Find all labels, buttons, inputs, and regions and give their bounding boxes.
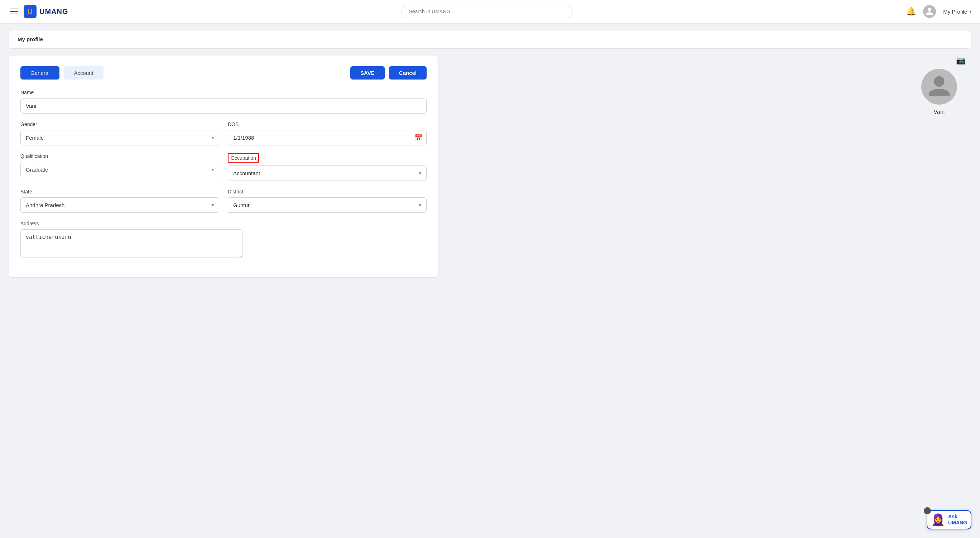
state-select-wrapper: Andhra Pradesh Telangana Karnataka Tamil… bbox=[21, 197, 219, 213]
header-left: U UMANG bbox=[9, 5, 68, 18]
qualification-select-wrapper: Graduate Post Graduate Diploma High Scho… bbox=[21, 162, 219, 177]
umang-logo-icon: U bbox=[24, 5, 37, 18]
qualification-label: Qualification bbox=[21, 153, 219, 159]
state-field-group: State Andhra Pradesh Telangana Karnataka… bbox=[21, 189, 219, 213]
tab-general[interactable]: General bbox=[21, 66, 59, 80]
district-field-group: District Guntur Krishna Vijayawada ▼ bbox=[228, 189, 426, 213]
gender-dob-row: Gender Female Male Other ▼ DOB bbox=[21, 121, 426, 145]
ask-umang-dismiss-icon[interactable]: − bbox=[924, 507, 931, 514]
camera-icon[interactable]: 📷 bbox=[956, 56, 966, 65]
tabs-left: General Account bbox=[21, 66, 103, 80]
occupation-select[interactable]: Accountant Engineer Doctor Teacher Busin… bbox=[228, 166, 426, 181]
calendar-icon[interactable]: 📅 bbox=[414, 134, 422, 142]
dob-input[interactable] bbox=[228, 130, 426, 145]
ask-umang-widget[interactable]: − 🧕 Ask UMANG bbox=[927, 510, 971, 529]
form-section: General Account SAVE Cancel Name bbox=[9, 56, 898, 278]
address-textarea[interactable]: vatticherukuru bbox=[21, 229, 242, 258]
save-button[interactable]: SAVE bbox=[350, 66, 385, 80]
tab-account[interactable]: Account bbox=[64, 66, 103, 80]
dob-field-group: DOB 📅 bbox=[228, 121, 426, 145]
address-field-group: Address vatticherukuru bbox=[21, 221, 426, 259]
logo-container: U UMANG bbox=[24, 5, 68, 18]
gender-label: Gender bbox=[21, 121, 219, 127]
ask-umang-figure-icon: 🧕 bbox=[931, 513, 945, 527]
occupation-field-group: Occupation Accountant Engineer Doctor Te… bbox=[228, 153, 426, 181]
state-select[interactable]: Andhra Pradesh Telangana Karnataka Tamil… bbox=[21, 197, 219, 213]
qualification-field-group: Qualification Graduate Post Graduate Dip… bbox=[21, 153, 219, 181]
profile-avatar-large bbox=[921, 69, 957, 105]
header-right: 🔔 My Profile ▾ bbox=[906, 5, 971, 18]
breadcrumb: My profile bbox=[18, 36, 43, 42]
logo-text: UMANG bbox=[40, 8, 68, 16]
ask-umang-text: Ask UMANG bbox=[948, 514, 967, 526]
chevron-down-icon: ▾ bbox=[969, 9, 971, 14]
name-field-group: Name bbox=[21, 89, 426, 113]
user-avatar-icon bbox=[925, 7, 934, 16]
profile-sidebar: 📷 Vani bbox=[907, 56, 971, 115]
search-container bbox=[68, 5, 907, 18]
district-label: District bbox=[228, 189, 426, 194]
qualification-select[interactable]: Graduate Post Graduate Diploma High Scho… bbox=[21, 162, 219, 177]
occupation-select-wrapper: Accountant Engineer Doctor Teacher Busin… bbox=[228, 166, 426, 181]
occupation-label-highlight: Occupation bbox=[228, 153, 259, 162]
tabs-right: SAVE Cancel bbox=[350, 66, 426, 80]
notification-bell-icon[interactable]: 🔔 bbox=[906, 7, 916, 16]
profile-user-icon bbox=[927, 74, 952, 99]
main-card: General Account SAVE Cancel Name bbox=[9, 56, 438, 278]
avatar bbox=[923, 5, 936, 18]
header: U UMANG 🔔 My Profile ▾ bbox=[0, 0, 980, 23]
breadcrumb-card: My profile bbox=[9, 30, 971, 49]
cancel-button[interactable]: Cancel bbox=[389, 66, 426, 80]
occupation-label: Occupation bbox=[231, 155, 256, 161]
profile-name-label: Vani bbox=[934, 109, 945, 115]
name-label: Name bbox=[21, 89, 426, 95]
gender-select-wrapper: Female Male Other ▼ bbox=[21, 130, 219, 145]
name-input[interactable] bbox=[21, 98, 426, 113]
qualification-occupation-row: Qualification Graduate Post Graduate Dip… bbox=[21, 153, 426, 181]
district-select[interactable]: Guntur Krishna Vijayawada bbox=[228, 197, 426, 213]
state-district-row: State Andhra Pradesh Telangana Karnataka… bbox=[21, 189, 426, 213]
my-profile-label: My Profile bbox=[943, 9, 967, 15]
tabs-row: General Account SAVE Cancel bbox=[21, 66, 426, 80]
my-profile-button[interactable]: My Profile ▾ bbox=[943, 9, 971, 15]
dob-label: DOB bbox=[228, 121, 426, 127]
gender-field-group: Gender Female Male Other ▼ bbox=[21, 121, 219, 145]
state-label: State bbox=[21, 189, 219, 194]
address-label: Address bbox=[21, 221, 426, 226]
hamburger-menu-icon[interactable] bbox=[9, 7, 19, 16]
dob-wrapper: 📅 bbox=[228, 130, 426, 145]
district-select-wrapper: Guntur Krishna Vijayawada ▼ bbox=[228, 197, 426, 213]
page-content: My profile General Account SAVE Cancel bbox=[0, 23, 980, 285]
page-wrapper: General Account SAVE Cancel Name bbox=[9, 56, 971, 278]
gender-select[interactable]: Female Male Other bbox=[21, 130, 219, 145]
search-input[interactable] bbox=[401, 5, 573, 18]
svg-text:U: U bbox=[27, 8, 33, 16]
search-wrapper bbox=[401, 5, 573, 18]
